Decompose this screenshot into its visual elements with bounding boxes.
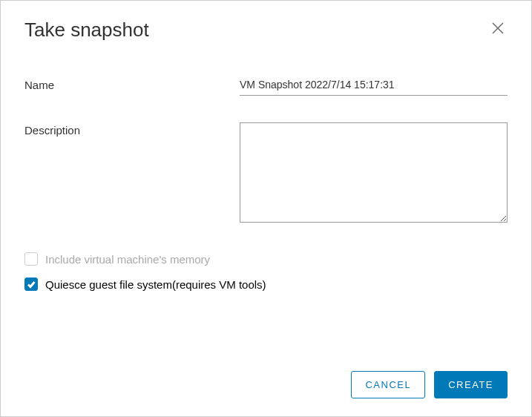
quiesce-label: Quiesce guest file system(requires VM to… (45, 278, 266, 291)
dialog-header: Take snapshot (24, 19, 508, 42)
quiesce-row: Quiesce guest file system(requires VM to… (24, 278, 508, 291)
cancel-button[interactable]: CANCEL (351, 371, 425, 398)
description-row: Description (24, 122, 508, 226)
description-input[interactable] (240, 122, 508, 223)
close-icon (491, 22, 505, 35)
description-label: Description (24, 122, 240, 137)
create-button[interactable]: CREATE (434, 371, 508, 398)
checkmark-icon (27, 280, 36, 289)
include-memory-checkbox (24, 252, 38, 266)
include-memory-row: Include virtual machine's memory (24, 252, 508, 266)
name-input[interactable] (240, 77, 508, 96)
dialog-title: Take snapshot (24, 19, 149, 42)
include-memory-label: Include virtual machine's memory (45, 253, 210, 266)
name-row: Name (24, 77, 508, 96)
name-label: Name (24, 77, 240, 91)
dialog-buttons: CANCEL CREATE (24, 371, 508, 398)
take-snapshot-dialog: Take snapshot Name Description Include v… (1, 1, 531, 416)
close-button[interactable] (488, 19, 508, 40)
quiesce-checkbox[interactable] (24, 278, 38, 291)
